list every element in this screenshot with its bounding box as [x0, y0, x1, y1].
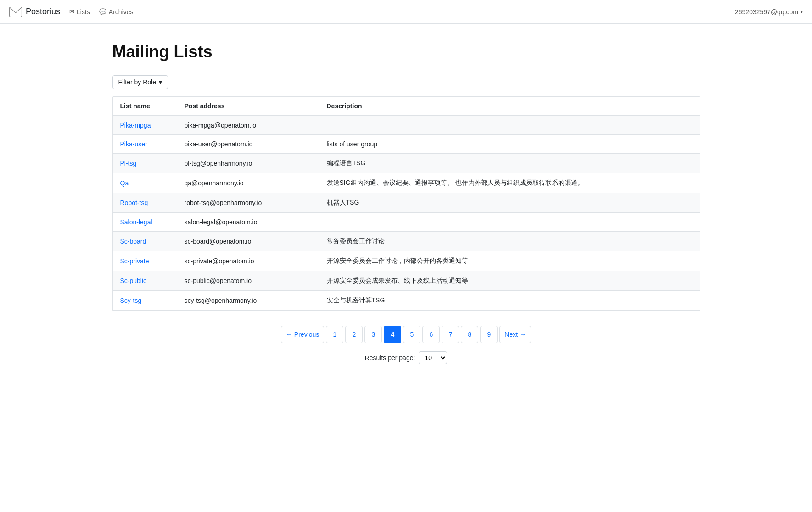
- filter-label: Filter by Role: [118, 78, 156, 86]
- table-row: Sc-boardsc-board@openatom.io常务委员会工作讨论: [113, 232, 700, 251]
- list-name-link[interactable]: Qa: [120, 179, 129, 187]
- list-name-link[interactable]: Sc-public: [120, 277, 147, 284]
- list-name-link[interactable]: Robot-tsg: [120, 199, 148, 206]
- list-name-link[interactable]: Pl-tsg: [120, 160, 137, 167]
- table-row: Sc-publicsc-public@openatom.io开源安全委员会成果发…: [113, 271, 700, 291]
- post-address-cell: qa@openharmony.io: [177, 173, 319, 193]
- prev-button[interactable]: ← Previous: [281, 326, 324, 343]
- list-name-link[interactable]: Sc-board: [120, 238, 146, 245]
- table-row: Sc-privatesc-private@openatom.io开源安全委员会工…: [113, 251, 700, 271]
- list-name-link[interactable]: Pika-user: [120, 140, 147, 148]
- page-number-button-7[interactable]: 7: [442, 326, 459, 343]
- mailing-list-table: List name Post address Description Pika-…: [113, 97, 700, 311]
- post-address-cell: sc-board@openatom.io: [177, 232, 319, 251]
- description-cell: 常务委员会工作讨论: [319, 232, 700, 251]
- navbar-left: Postorius ✉ Lists 💬 Archives: [9, 7, 134, 17]
- list-name-cell: Sc-public: [113, 271, 177, 291]
- col-header-post: Post address: [177, 97, 319, 116]
- post-address-cell: pl-tsg@openharmony.io: [177, 154, 319, 173]
- post-address-cell: scy-tsg@openharmony.io: [177, 291, 319, 311]
- chevron-down-icon: ▾: [801, 9, 803, 14]
- page-number-button-9[interactable]: 9: [480, 326, 498, 343]
- page-title: Mailing Lists: [112, 42, 700, 61]
- nav-lists-link[interactable]: ✉ Lists: [69, 8, 90, 16]
- list-name-link[interactable]: Salon-legal: [120, 218, 152, 226]
- list-name-link[interactable]: Scy-tsg: [120, 297, 142, 304]
- user-label: 2692032597@qq.com: [735, 8, 798, 16]
- list-name-cell: Pl-tsg: [113, 154, 177, 173]
- page-number-button-4[interactable]: 4: [384, 326, 401, 343]
- table-row: Salon-legalsalon-legal@openatom.io: [113, 213, 700, 232]
- description-cell: 安全与机密计算TSG: [319, 291, 700, 311]
- post-address-cell: salon-legal@openatom.io: [177, 213, 319, 232]
- description-cell: 开源安全委员会工作讨论，内部公开的各类通知等: [319, 251, 700, 271]
- col-header-desc: Description: [319, 97, 700, 116]
- col-header-name: List name: [113, 97, 177, 116]
- post-address-cell: pika-user@openatom.io: [177, 135, 319, 154]
- page-number-button-3[interactable]: 3: [364, 326, 382, 343]
- list-name-cell: Salon-legal: [113, 213, 177, 232]
- list-name-link[interactable]: Pika-mpga: [120, 122, 151, 129]
- post-address-cell: sc-private@openatom.io: [177, 251, 319, 271]
- page-number-button-1[interactable]: 1: [326, 326, 343, 343]
- post-address-cell: pika-mpga@openatom.io: [177, 116, 319, 135]
- list-name-cell: Qa: [113, 173, 177, 193]
- description-cell: lists of user group: [319, 135, 700, 154]
- nav-archives-label: Archives: [109, 8, 134, 16]
- brand-icon: [9, 7, 22, 17]
- table-row: Scy-tsgscy-tsg@openharmony.io安全与机密计算TSG: [113, 291, 700, 311]
- main-content: Mailing Lists Filter by Role ▾ List name…: [99, 24, 714, 392]
- nav-archives-link[interactable]: 💬 Archives: [99, 8, 134, 16]
- list-name-link[interactable]: Sc-private: [120, 257, 149, 265]
- filter-by-role-button[interactable]: Filter by Role ▾: [112, 75, 168, 89]
- description-cell: 机器人TSG: [319, 193, 700, 213]
- table-row: Qaqa@openharmony.io发送SIG组内沟通、会议纪要、通报事项等。…: [113, 173, 700, 193]
- brand-label: Postorius: [26, 7, 60, 17]
- post-address-cell: sc-public@openatom.io: [177, 271, 319, 291]
- next-button[interactable]: Next →: [499, 326, 531, 343]
- table-header-row: List name Post address Description: [113, 97, 700, 116]
- user-menu[interactable]: 2692032597@qq.com ▾: [735, 8, 803, 16]
- post-address-cell: robot-tsg@openharmony.io: [177, 193, 319, 213]
- results-per-page-wrap: Results per page: 102550100: [112, 351, 700, 364]
- table-row: Pika-userpika-user@openatom.iolists of u…: [113, 135, 700, 154]
- description-cell: 发送SIG组内沟通、会议纪要、通报事项等。 也作为外部人员与组织成员取得联系的渠…: [319, 173, 700, 193]
- brand-link[interactable]: Postorius: [9, 7, 60, 17]
- list-name-cell: Pika-mpga: [113, 116, 177, 135]
- list-name-cell: Pika-user: [113, 135, 177, 154]
- table-row: Pl-tsgpl-tsg@openharmony.io编程语言TSG: [113, 154, 700, 173]
- lists-icon: ✉: [69, 8, 74, 15]
- page-number-button-2[interactable]: 2: [345, 326, 363, 343]
- list-name-cell: Sc-board: [113, 232, 177, 251]
- results-per-page-label: Results per page:: [365, 354, 415, 362]
- pagination: ← Previous 123456789 Next →: [281, 326, 531, 343]
- description-cell: [319, 213, 700, 232]
- navbar: Postorius ✉ Lists 💬 Archives 2692032597@…: [0, 0, 812, 24]
- pagination-wrap: ← Previous 123456789 Next →: [112, 326, 700, 343]
- description-cell: [319, 116, 700, 135]
- results-per-page-select[interactable]: 102550100: [419, 351, 447, 364]
- page-number-button-6[interactable]: 6: [422, 326, 440, 343]
- filter-chevron-icon: ▾: [159, 78, 162, 86]
- description-cell: 编程语言TSG: [319, 154, 700, 173]
- list-name-cell: Scy-tsg: [113, 291, 177, 311]
- list-name-cell: Sc-private: [113, 251, 177, 271]
- table-row: Pika-mpgapika-mpga@openatom.io: [113, 116, 700, 135]
- page-number-button-5[interactable]: 5: [403, 326, 420, 343]
- mailing-list-table-wrapper: List name Post address Description Pika-…: [112, 96, 700, 311]
- list-name-cell: Robot-tsg: [113, 193, 177, 213]
- archives-icon: 💬: [99, 8, 106, 15]
- page-number-button-8[interactable]: 8: [461, 326, 478, 343]
- table-row: Robot-tsgrobot-tsg@openharmony.io机器人TSG: [113, 193, 700, 213]
- nav-lists-label: Lists: [77, 8, 90, 16]
- description-cell: 开源安全委员会成果发布、线下及线上活动通知等: [319, 271, 700, 291]
